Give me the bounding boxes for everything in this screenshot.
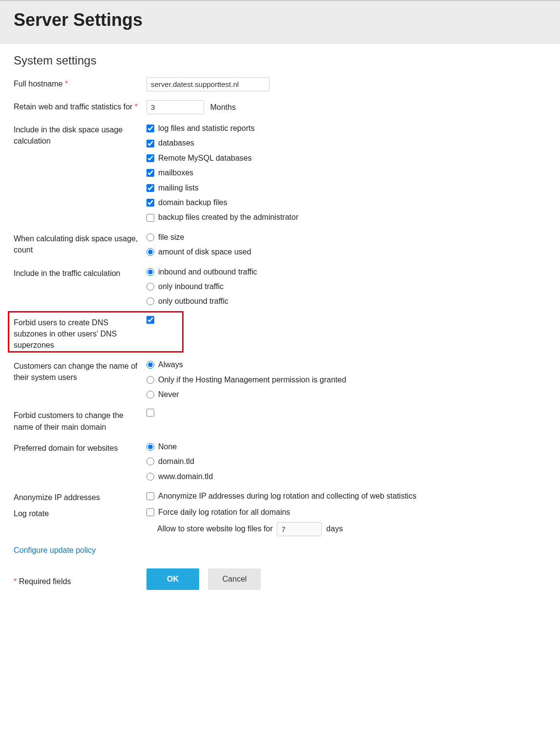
radio-sysuser-never[interactable] — [146, 391, 154, 398]
opt-sysuser-never: Never — [158, 389, 179, 400]
required-asterisk: * — [14, 577, 17, 586]
label-logrotate: Log rotate — [14, 507, 146, 519]
chk-mailinglists[interactable] — [146, 184, 154, 192]
label-retain-text: Retain web and traffic statistics for — [14, 103, 132, 111]
label-forbid-main: Forbid customers to change the name of t… — [14, 409, 146, 432]
radio-pref-domain[interactable] — [146, 458, 154, 465]
opt-databases: databases — [158, 138, 194, 148]
opt-remote-mysql: Remote MySQL databases — [158, 153, 252, 164]
row-anonymize: Anonymize IP addresses Anonymize IP addr… — [14, 491, 546, 503]
chk-databases[interactable] — [146, 140, 154, 147]
logrotate-allow-label: Allow to store website log files for — [157, 524, 273, 533]
opt-sysuser-perm: Only if the Hosting Management permissio… — [158, 375, 346, 385]
required-asterisk: * — [65, 80, 68, 88]
opt-logrotate-force: Force daily log rotation for all domains — [158, 507, 290, 518]
label-anonymize: Anonymize IP addresses — [14, 491, 146, 503]
chk-remote-mysql[interactable] — [146, 154, 154, 162]
radio-diskused[interactable] — [146, 248, 154, 256]
label-hostname: Full hostname * — [14, 77, 146, 89]
logrotate-days-input[interactable] — [277, 522, 322, 536]
cancel-button[interactable]: Cancel — [208, 568, 261, 590]
days-label: days — [326, 524, 343, 533]
label-disk-include: Include in the disk space usage calculat… — [14, 123, 146, 147]
required-note: * Required fields — [14, 571, 146, 587]
row-disk-count: When calculating disk space usage, count… — [14, 232, 546, 258]
opt-logfiles: log files and statistic reports — [158, 123, 254, 134]
opt-diskused: amount of disk space used — [158, 247, 251, 257]
row-retain: Retain web and traffic statistics for * … — [14, 100, 546, 114]
radio-traffic-both[interactable] — [146, 268, 154, 276]
ok-button[interactable]: OK — [146, 568, 199, 590]
opt-pref-www: www.domain.tld — [158, 471, 213, 482]
chk-logrotate-force[interactable] — [146, 508, 154, 516]
footer-row: * Required fields OK Cancel — [14, 568, 546, 590]
opt-anonymize: Anonymize IP addresses during log rotati… — [158, 491, 416, 502]
opt-sysuser-always: Always — [158, 359, 183, 370]
row-hostname: Full hostname * — [14, 77, 546, 91]
content-area: ‹ System settings Full hostname * Retain… — [0, 44, 560, 609]
row-logrotate: Log rotate Force daily log rotation for … — [14, 507, 546, 536]
chk-mailboxes[interactable] — [146, 169, 154, 177]
row-traffic: Include in the traffic calculation inbou… — [14, 267, 546, 307]
radio-pref-www[interactable] — [146, 473, 154, 481]
radio-filesize[interactable] — [146, 233, 154, 241]
label-sysuser: Customers can change the name of their s… — [14, 359, 146, 383]
row-preferred: Preferred domain for websites None domai… — [14, 441, 546, 482]
label-preferred: Preferred domain for websites — [14, 441, 146, 454]
radio-pref-none[interactable] — [146, 443, 154, 451]
row-sysuser: Customers can change the name of their s… — [14, 359, 546, 400]
label-traffic: Include in the traffic calculation — [14, 267, 146, 279]
highlight-box — [8, 311, 184, 353]
opt-traffic-out: only outbound traffic — [158, 296, 228, 307]
months-label: Months — [210, 103, 235, 111]
opt-traffic-both: inbound and outbound traffic — [158, 267, 257, 277]
label-hostname-text: Full hostname — [14, 80, 63, 88]
opt-traffic-in: only inbound traffic — [158, 281, 224, 292]
header-bar: Server Settings — [0, 0, 560, 44]
page-title: Server Settings — [14, 10, 546, 30]
opt-admin-backup: backup files created by the administrato… — [158, 212, 298, 223]
opt-mailinglists: mailing lists — [158, 183, 199, 193]
opt-domain-backup: domain backup files — [158, 197, 227, 208]
update-policy-link[interactable]: Configure update policy — [14, 546, 96, 555]
required-asterisk: * — [135, 103, 138, 111]
chk-logfiles[interactable] — [146, 125, 154, 132]
hostname-input[interactable] — [146, 77, 270, 91]
row-forbid-main: Forbid customers to change the name of t… — [14, 409, 546, 432]
chk-admin-backup[interactable] — [146, 214, 154, 222]
label-retain: Retain web and traffic statistics for * — [14, 100, 146, 112]
chk-forbid-main[interactable] — [146, 409, 154, 417]
radio-sysuser-perm[interactable] — [146, 376, 154, 384]
logrotate-days-row: Allow to store website log files for day… — [157, 522, 546, 536]
chk-anonymize[interactable] — [146, 492, 154, 500]
opt-mailboxes: mailboxes — [158, 168, 193, 178]
retain-months-input[interactable] — [146, 100, 204, 114]
label-disk-count: When calculating disk space usage, count — [14, 232, 146, 255]
section-title: System settings — [14, 54, 546, 67]
radio-traffic-in[interactable] — [146, 283, 154, 291]
row-update-policy: Configure update policy — [14, 546, 546, 555]
radio-traffic-out[interactable] — [146, 297, 154, 305]
opt-pref-domain: domain.tld — [158, 456, 194, 467]
radio-sysuser-always[interactable] — [146, 361, 154, 369]
opt-filesize: file size — [158, 232, 184, 243]
row-disk-include: Include in the disk space usage calculat… — [14, 123, 546, 223]
required-text: Required fields — [19, 577, 71, 586]
opt-pref-none: None — [158, 441, 177, 452]
chk-domain-backup[interactable] — [146, 199, 154, 207]
